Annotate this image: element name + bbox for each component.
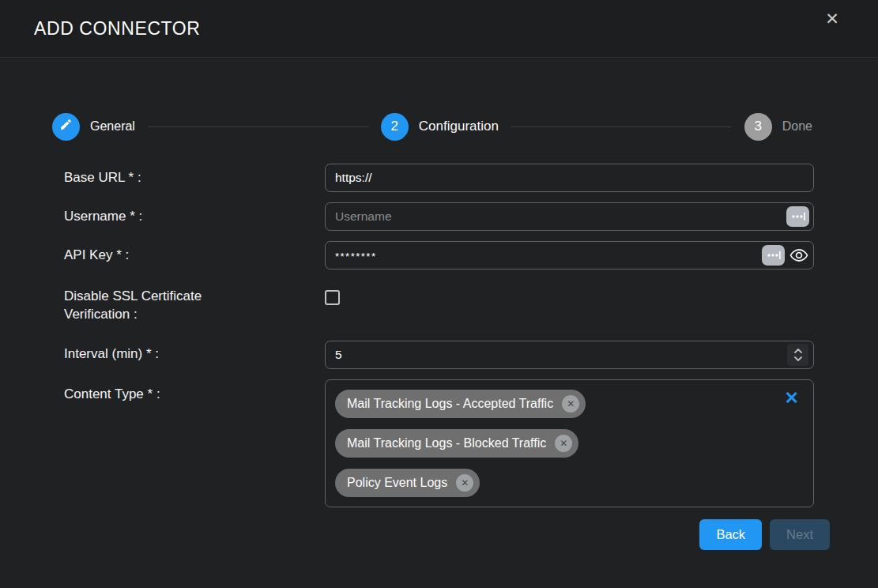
chip-remove-icon[interactable]: ✕: [555, 435, 572, 452]
chip-policy-event-logs: Policy Event Logs ✕: [335, 469, 480, 497]
step-configuration-circle: 2: [381, 113, 409, 141]
chip-label: Mail Tracking Logs - Accepted Traffic: [347, 397, 553, 411]
step-done-label: Done: [782, 119, 812, 134]
connector-form: Base URL * : Username * : API Key * :: [64, 164, 814, 507]
base-url-row: Base URL * :: [64, 164, 814, 192]
username-input[interactable]: [325, 202, 814, 231]
content-type-row: Content Type * : Mail Tracking Logs - Ac…: [64, 379, 814, 507]
content-type-multiselect[interactable]: Mail Tracking Logs - Accepted Traffic ✕ …: [325, 379, 814, 507]
content-type-label: Content Type * :: [64, 379, 325, 404]
ssl-verification-label: Disable SSL Certificate Verification :: [64, 288, 325, 324]
chip-label: Mail Tracking Logs - Blocked Traffic: [347, 436, 546, 450]
base-url-input[interactable]: [325, 164, 814, 192]
expression-ellipsis-icon[interactable]: [786, 206, 809, 227]
step-done: 3 Done: [744, 113, 812, 141]
stepper-connector-line: [511, 126, 732, 127]
dialog-header: ADD CONNECTOR ✕: [0, 0, 878, 58]
number-spinner-icon[interactable]: [787, 344, 808, 366]
add-connector-dialog: { "colors": { "accent": "#2196f3", "back…: [0, 0, 878, 588]
back-button[interactable]: Back: [699, 519, 762, 550]
wizard-stepper: General 2 Configuration 3 Done: [52, 112, 812, 141]
dialog-title: ADD CONNECTOR: [34, 18, 201, 40]
interval-input[interactable]: [325, 341, 814, 369]
expression-ellipsis-icon[interactable]: [762, 245, 785, 266]
step-general-label: General: [90, 119, 135, 134]
dialog-footer: Back Next: [0, 519, 830, 550]
api-key-label: API Key * :: [64, 247, 325, 265]
api-key-input[interactable]: [325, 241, 814, 270]
show-password-eye-icon[interactable]: [789, 247, 809, 264]
base-url-label: Base URL * :: [64, 169, 325, 187]
chip-label: Policy Event Logs: [347, 476, 447, 490]
interval-row: Interval (min) * :: [64, 341, 814, 369]
interval-label: Interval (min) * :: [64, 345, 325, 364]
step-general-circle: [52, 113, 80, 141]
ssl-verification-row: Disable SSL Certificate Verification :: [64, 280, 814, 330]
step-configuration[interactable]: 2 Configuration: [381, 113, 499, 141]
chip-list: Mail Tracking Logs - Accepted Traffic ✕ …: [335, 390, 804, 497]
next-button[interactable]: Next: [770, 519, 830, 550]
step-done-circle: 3: [744, 113, 772, 141]
ssl-verification-checkbox[interactable]: [325, 290, 340, 305]
chip-remove-icon[interactable]: ✕: [562, 395, 579, 413]
clear-selection-icon[interactable]: ✕: [785, 390, 799, 407]
chip-blocked-traffic: Mail Tracking Logs - Blocked Traffic ✕: [335, 429, 578, 458]
close-icon[interactable]: ✕: [821, 8, 843, 30]
username-row: Username * :: [64, 202, 814, 231]
step-configuration-label: Configuration: [419, 119, 499, 134]
pencil-icon: [59, 118, 73, 135]
username-label: Username * :: [64, 208, 325, 226]
stepper-connector-line: [148, 126, 368, 127]
chip-remove-icon[interactable]: ✕: [456, 474, 473, 492]
step-general[interactable]: General: [52, 113, 135, 141]
api-key-row: API Key * :: [64, 241, 814, 270]
chip-accepted-traffic: Mail Tracking Logs - Accepted Traffic ✕: [335, 390, 586, 418]
